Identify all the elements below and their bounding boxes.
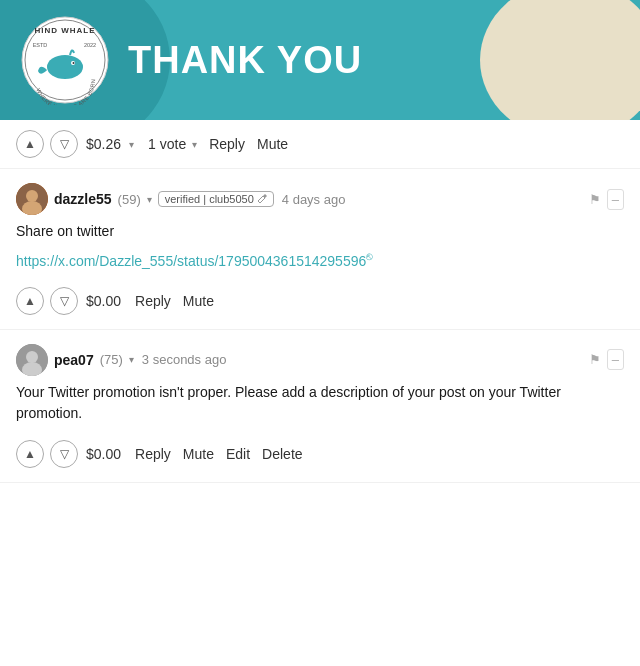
svg-text:ESTD: ESTD bbox=[33, 42, 48, 48]
comment-upvote-pea07[interactable]: ▲ bbox=[16, 440, 44, 468]
twitter-link-dazzle55[interactable]: https://x.com/Dazzle_555/status/17950043… bbox=[16, 250, 624, 269]
username-dropdown-dazzle55[interactable]: ▾ bbox=[147, 194, 152, 205]
timestamp-pea07: 3 seconds ago bbox=[142, 352, 227, 367]
svg-text:2022: 2022 bbox=[84, 42, 96, 48]
username-pea07: pea07 bbox=[54, 352, 94, 368]
avatar-dazzle55 bbox=[16, 183, 48, 215]
value-dropdown[interactable]: ▾ bbox=[129, 139, 134, 150]
comment-edit-pea07[interactable]: Edit bbox=[226, 446, 250, 462]
vote-count: 1 vote bbox=[148, 136, 186, 152]
reply-link[interactable]: Reply bbox=[209, 136, 245, 152]
timestamp-dazzle55: 4 days ago bbox=[282, 192, 346, 207]
comment-value-pea07: $0.00 bbox=[86, 446, 121, 462]
svg-point-13 bbox=[26, 351, 38, 363]
verified-badge[interactable]: verified | club5050 bbox=[158, 191, 274, 207]
hide-button-pea07[interactable]: – bbox=[607, 349, 624, 370]
banner-title: THANK YOU bbox=[128, 39, 362, 82]
edit-icon bbox=[257, 194, 267, 204]
comment-downvote-pea07[interactable]: ▽ bbox=[50, 440, 78, 468]
hide-button-dazzle55[interactable]: – bbox=[607, 189, 624, 210]
comment-body-dazzle55: Share on twitter bbox=[16, 221, 624, 242]
comment-upvote-dazzle55[interactable]: ▲ bbox=[16, 287, 44, 315]
comment-mute-pea07[interactable]: Mute bbox=[183, 446, 214, 462]
banner: HIND WHALE ESTD 2022 WHERE WHALES ARE BO… bbox=[0, 0, 640, 120]
rep-pea07: (75) bbox=[100, 352, 123, 367]
username-dropdown-pea07[interactable]: ▾ bbox=[129, 354, 134, 365]
comment-mute-dazzle55[interactable]: Mute bbox=[183, 293, 214, 309]
comment-vote-bar-pea07: ▲ ▽ $0.00 Reply Mute Edit Delete bbox=[16, 432, 624, 482]
external-link-icon: ⎋ bbox=[366, 250, 373, 262]
vote-value: $0.26 bbox=[86, 136, 121, 152]
comment-reply-dazzle55[interactable]: Reply bbox=[135, 293, 171, 309]
svg-text:HIND WHALE: HIND WHALE bbox=[34, 26, 95, 35]
vote-count-dropdown[interactable]: ▾ bbox=[192, 139, 197, 150]
flag-button-dazzle55[interactable]: ⚑ bbox=[589, 192, 601, 207]
comment-value-dazzle55: $0.00 bbox=[86, 293, 121, 309]
comment-body-pea07: Your Twitter promotion isn't proper. Ple… bbox=[16, 382, 624, 424]
comment-reply-pea07[interactable]: Reply bbox=[135, 446, 171, 462]
mute-link[interactable]: Mute bbox=[257, 136, 288, 152]
upvote-button[interactable]: ▲ bbox=[16, 130, 44, 158]
main-vote-bar: ▲ ▽ $0.26 ▾ 1 vote ▾ Reply Mute bbox=[0, 120, 640, 169]
comment-header-dazzle55: dazzle55 (59) ▾ verified | club5050 4 da… bbox=[16, 183, 624, 215]
comment-dazzle55: dazzle55 (59) ▾ verified | club5050 4 da… bbox=[0, 169, 640, 330]
comment-downvote-dazzle55[interactable]: ▽ bbox=[50, 287, 78, 315]
link-text: https://x.com/Dazzle_555/status/17950043… bbox=[16, 253, 366, 269]
comment-vote-bar-dazzle55: ▲ ▽ $0.00 Reply Mute bbox=[16, 279, 624, 329]
svg-point-7 bbox=[73, 62, 75, 64]
comment-pea07: pea07 (75) ▾ 3 seconds ago ⚑ – Your Twit… bbox=[0, 330, 640, 483]
badge-text: verified | club5050 bbox=[165, 193, 254, 205]
downvote-button[interactable]: ▽ bbox=[50, 130, 78, 158]
avatar-pea07 bbox=[16, 344, 48, 376]
comment-header-pea07: pea07 (75) ▾ 3 seconds ago ⚑ – bbox=[16, 344, 624, 376]
flag-button-pea07[interactable]: ⚑ bbox=[589, 352, 601, 367]
username-dazzle55: dazzle55 bbox=[54, 191, 112, 207]
svg-point-10 bbox=[26, 190, 38, 202]
comment-delete-pea07[interactable]: Delete bbox=[262, 446, 302, 462]
rep-dazzle55: (59) bbox=[118, 192, 141, 207]
svg-point-5 bbox=[47, 55, 83, 79]
banner-logo: HIND WHALE ESTD 2022 WHERE WHALES ARE BO… bbox=[20, 15, 110, 105]
